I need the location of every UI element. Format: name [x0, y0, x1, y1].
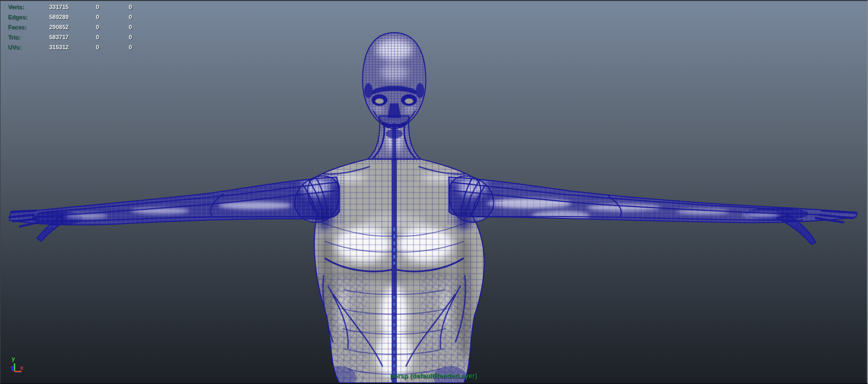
poly-label: Edges: — [8, 12, 49, 22]
poly-col2: 0 — [67, 32, 99, 42]
poly-col3: 0 — [99, 32, 132, 42]
poly-col2: 0 — [67, 42, 99, 52]
poly-label: Verts: — [8, 2, 49, 12]
poly-row-verts: Verts: 331715 0 0 — [8, 2, 132, 12]
poly-row-uvs: UVs: 315312 0 0 — [8, 42, 132, 52]
axis-x-label: x — [20, 364, 23, 371]
model-body-surface[interactable] — [2, 1, 865, 383]
poly-col3: 0 — [99, 22, 132, 32]
axis-origin-line-h — [15, 372, 21, 372]
poly-total: 331715 — [49, 2, 67, 12]
poly-label: Tris: — [8, 32, 49, 42]
poly-row-edges: Edges: 589289 0 0 — [8, 12, 132, 22]
poly-total: 583717 — [49, 32, 67, 42]
anatomy-wireframe-model[interactable] — [1, 1, 867, 383]
axis-z-tick — [11, 366, 13, 371]
poly-col3: 0 — [99, 42, 132, 52]
poly-col2: 0 — [67, 22, 99, 32]
poly-row-tris: Tris: 583717 0 0 — [8, 32, 132, 42]
poly-col3: 0 — [99, 12, 132, 22]
poly-col2: 0 — [67, 12, 99, 22]
poly-col3: 0 — [99, 2, 132, 12]
poly-label: Faces: — [8, 22, 49, 32]
poly-label: UVs: — [8, 42, 49, 52]
poly-count-hud: Verts: 331715 0 0 Edges: 589289 0 0 Face… — [8, 2, 132, 52]
poly-total: 315312 — [49, 42, 67, 52]
poly-col2: 0 — [67, 2, 99, 12]
view-axis-gizmo[interactable]: y x — [11, 356, 30, 375]
poly-total: 589289 — [49, 12, 67, 22]
poly-row-faces: Faces: 290852 0 0 — [8, 22, 132, 32]
maya-viewport[interactable]: Verts: 331715 0 0 Edges: 589289 0 0 Face… — [0, 0, 868, 384]
axis-x-line — [14, 371, 22, 372]
poly-total: 290852 — [49, 22, 67, 32]
axis-y-label: y — [12, 355, 15, 362]
